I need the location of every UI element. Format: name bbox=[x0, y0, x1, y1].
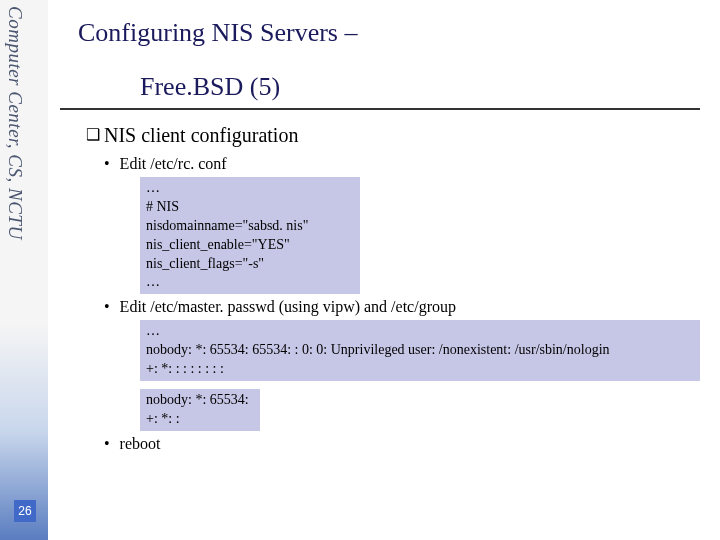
title-block: Configuring NIS Servers – Free.BSD (5) bbox=[60, 18, 700, 110]
page-number: 26 bbox=[14, 500, 36, 522]
code-passwd: … nobody: *: 65534: 65534: : 0: 0: Unpri… bbox=[140, 320, 700, 381]
section-heading: NIS client configuration bbox=[86, 124, 710, 147]
sidebar: Computer Center, CS, NCTU 26 bbox=[0, 0, 48, 540]
title-line-2: Free.BSD (5) bbox=[60, 72, 700, 108]
bullet-edit-passwd: Edit /etc/master. passwd (using vipw) an… bbox=[120, 298, 710, 316]
sidebar-label: Computer Center, CS, NCTU bbox=[4, 6, 26, 240]
code-group: nobody: *: 65534: +: *: : bbox=[140, 389, 260, 431]
slide-content: Configuring NIS Servers – Free.BSD (5) N… bbox=[60, 0, 710, 457]
code-rcconf: … # NIS nisdomainname="sabsd. nis" nis_c… bbox=[140, 177, 360, 294]
bullet-edit-rcconf: Edit /etc/rc. conf bbox=[120, 155, 710, 173]
title-line-1: Configuring NIS Servers – bbox=[60, 18, 700, 54]
bullet-reboot: reboot bbox=[120, 435, 710, 453]
